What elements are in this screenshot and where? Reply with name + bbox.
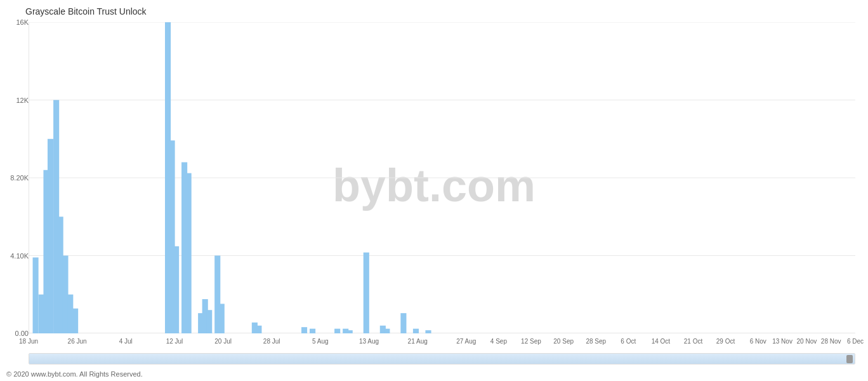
x-label-0: 18 Jun [19,338,38,345]
x-label-17: 29 Oct [716,338,735,345]
bar-8 [72,309,78,333]
y-label-0: 0.00 [15,330,29,337]
chart-container: Grayscale Bitcoin Trust Unlock bybt.com … [0,0,868,381]
bar-3 [48,139,53,333]
x-axis: 18 Jun26 Jun4 Jul12 Jul20 Jul28 Jul5 Aug… [29,338,855,351]
x-label-4: 20 Jul [214,338,232,345]
bar-22 [310,329,315,333]
x-label-13: 28 Sep [586,338,606,345]
y-label-4: 16K [16,18,29,26]
bar-30 [413,329,419,333]
bar-16 [206,310,212,333]
footer: © 2020 www.bybt.com. All Rights Reserved… [6,370,143,378]
chart-title: Grayscale Bitcoin Trust Unlock [25,6,147,17]
bar-5 [58,217,63,333]
x-label-14: 6 Oct [621,338,636,345]
x-label-21: 28 Nov [821,338,841,345]
x-label-11: 12 Sep [521,338,541,345]
x-label-20: 20 Nov [797,338,817,345]
bar-13 [186,173,192,333]
bar-20 [256,326,261,333]
bar-0 [33,257,39,333]
x-label-1: 26 Jun [68,338,87,345]
x-label-19: 13 Nov [772,338,792,345]
y-label-1: 4.10K [10,252,29,260]
bar-7 [67,295,73,333]
scrollbar-handle[interactable] [846,355,853,363]
y-axis: 0.00 4.10K 8.20K 12K 16K [3,22,29,333]
y-label-3: 12K [16,97,29,104]
x-label-18: 6 Nov [750,338,766,345]
x-label-15: 14 Oct [652,338,670,345]
bar-29 [400,313,406,333]
chart-svg [29,22,855,333]
bar-18 [219,304,225,333]
bar-6 [62,256,68,334]
y-label-2: 8.20K [10,174,29,182]
bar-26 [364,253,369,333]
x-label-6: 5 Aug [312,338,329,345]
bar-28 [384,329,390,333]
bar-25 [347,330,353,333]
scrollbar[interactable] [29,353,855,364]
x-label-12: 20 Sep [553,338,574,345]
bar-23 [334,329,340,333]
bar-31 [425,330,431,333]
x-label-16: 21 Oct [684,338,702,345]
bar-21 [301,327,307,333]
x-label-3: 12 Jul [166,338,183,345]
bar-1 [39,295,44,333]
x-label-10: 4 Sep [490,338,507,345]
bar-11 [173,246,179,333]
x-label-22: 6 Dec [847,338,864,345]
x-label-9: 27 Aug [456,338,476,345]
x-label-8: 21 Aug [408,338,428,345]
x-label-2: 4 Jul [119,338,133,345]
x-label-7: 13 Aug [359,338,379,345]
x-label-5: 28 Jul [263,338,280,345]
scrollbar-track [29,354,855,364]
